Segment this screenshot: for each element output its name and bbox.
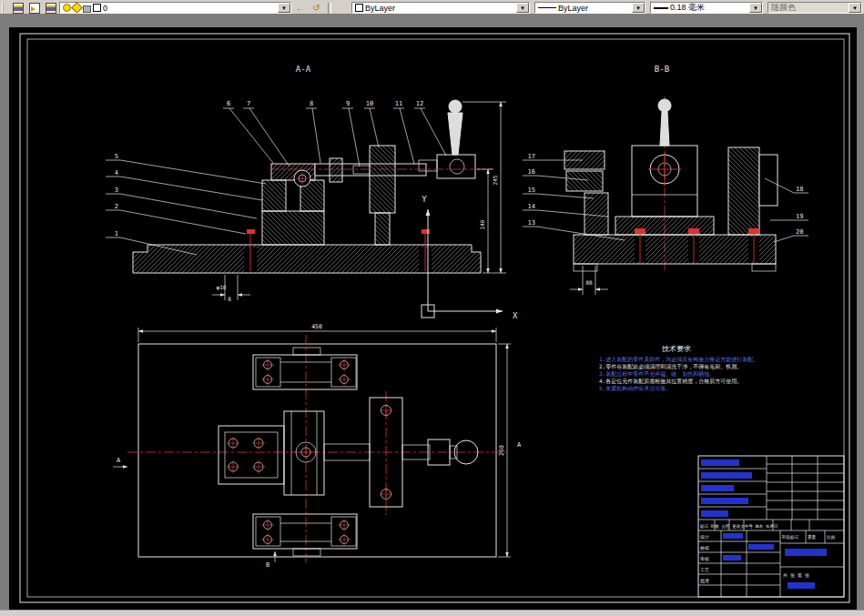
drawing-viewport[interactable]: A-A <box>0 14 864 616</box>
dropdown-arrow-icon[interactable]: ▼ <box>749 3 762 13</box>
layer-freeze-icon[interactable] <box>71 3 83 13</box>
callout-14[interactable]: 14 <box>528 203 535 210</box>
callout-19[interactable]: 19 <box>796 213 803 220</box>
make-object-layer-current-button[interactable]: ← <box>292 2 308 14</box>
dim-bb-base: 88 <box>585 279 593 286</box>
callout-16[interactable]: 16 <box>528 168 535 176</box>
callout-18[interactable]: 18 <box>796 186 803 193</box>
callout-12[interactable]: 12 <box>416 100 423 107</box>
section-mark-b-bottom: B <box>266 561 269 569</box>
callout-10[interactable]: 10 <box>366 100 373 107</box>
dim-plan-width: 450 <box>311 323 322 330</box>
callout-20[interactable]: 20 <box>796 228 803 236</box>
callout-1[interactable]: 1 <box>115 230 118 237</box>
callout-13[interactable]: 13 <box>528 219 535 227</box>
layers-stack-icon <box>46 3 56 14</box>
callout-6[interactable]: 6 <box>227 100 230 107</box>
layer-states-button[interactable] <box>26 2 42 14</box>
title-block-sheet-label: 共 张 第 张 <box>783 572 809 579</box>
callout-7[interactable]: 7 <box>247 100 250 107</box>
title-block-row-label: 校核 <box>699 545 709 550</box>
tech-req-line: 4.各定位元件装配后需检验其位置精度，合格后方可使用。 <box>599 378 742 385</box>
linetype-sample-icon <box>538 7 556 8</box>
layer-lock-icon[interactable] <box>83 5 91 13</box>
layer-previous-button[interactable]: ↺ <box>309 2 324 14</box>
axis-x-label: X <box>513 311 518 320</box>
tech-req-line: 2.零件在装配前必须清理和清洗干净，不得有毛刺、铁屑。 <box>599 363 742 370</box>
dropdown-arrow-icon[interactable]: ▼ <box>632 3 645 13</box>
lineweight-value: 0.18 毫米 <box>670 3 705 13</box>
dim-plan-depth: 260 <box>498 445 505 456</box>
linetype-value: ByLayer <box>558 4 588 13</box>
title-block-stage-label: 阶段标记 <box>782 534 799 540</box>
layer-name: 0 <box>103 4 107 13</box>
layers-icon <box>13 3 24 14</box>
title-block-row-label: 批准 <box>700 578 709 584</box>
tech-req-title: 技术要求 <box>661 345 691 353</box>
dim-aa-hole-fit: 8 <box>228 296 231 302</box>
window-bottom-edge <box>0 610 864 616</box>
lineweight-sample-icon <box>654 7 668 9</box>
plotstyle-dropdown[interactable]: 随颜色 ▼ <box>767 2 862 14</box>
callout-8[interactable]: 8 <box>310 100 313 107</box>
axis-y-label: Y <box>422 195 427 204</box>
callout-3[interactable]: 3 <box>115 187 118 194</box>
dim-aa-lower: 140 <box>479 219 485 229</box>
layer-previous-icon: ↺ <box>312 4 320 13</box>
toolbar-separator <box>328 3 331 14</box>
color-value: ByLayer <box>365 4 395 13</box>
make-current-icon: ← <box>296 4 305 13</box>
title-block-header-row: 标记 处数 分区 更改文件号 签名 年月日 <box>699 523 778 530</box>
title-block-row-label: 设计 <box>699 534 709 540</box>
cad-window: 0 ▼ ← ↺ ByLayer ▼ ByLayer ▼ 0.18 毫米 <box>0 0 864 616</box>
drawing-canvas[interactable]: A-A <box>0 14 864 616</box>
color-dropdown[interactable]: ByLayer ▼ <box>351 2 530 14</box>
layer-dropdown[interactable]: 0 ▼ <box>59 2 291 14</box>
layer-sheet-icon <box>29 3 40 14</box>
title-block-row-label: 工艺 <box>700 567 709 572</box>
title-block-row-label: 审核 <box>700 556 709 561</box>
callout-17[interactable]: 17 <box>528 153 535 160</box>
layer-tools-button[interactable] <box>43 2 58 14</box>
callout-11[interactable]: 11 <box>395 100 402 107</box>
dropdown-arrow-icon[interactable]: ▼ <box>516 3 529 13</box>
tech-req-line: 5.夹紧机构动作应灵活可靠。 <box>599 385 671 392</box>
linetype-dropdown[interactable]: ByLayer ▼ <box>534 2 645 14</box>
callout-5[interactable]: 5 <box>115 153 118 160</box>
toolbar-grip[interactable] <box>2 3 7 13</box>
tech-req-line: 1.进入装配的零件及部件，均必须具有检验合格证方能进行装配。 <box>599 356 758 363</box>
layer-on-icon[interactable] <box>63 4 71 12</box>
plotstyle-value: 随颜色 <box>771 3 796 13</box>
callout-15[interactable]: 15 <box>528 187 535 194</box>
view-label-bb: B-B <box>655 65 669 74</box>
callout-4[interactable]: 4 <box>115 169 118 177</box>
current-color-chip <box>355 4 363 12</box>
title-block-weight-label: 重量 <box>808 534 817 540</box>
dim-aa-hole: φ10 <box>217 284 227 291</box>
callout-9[interactable]: 9 <box>346 100 350 107</box>
dropdown-arrow-icon[interactable]: ▼ <box>278 3 290 13</box>
callout-2[interactable]: 2 <box>115 203 118 210</box>
tech-req-line: 3.装配过程中零件不允许磕、碰、划伤和锈蚀。 <box>599 370 715 378</box>
layer-color-chip <box>93 4 101 12</box>
layer-properties-button[interactable] <box>10 2 25 14</box>
view-label-aa: A-A <box>296 65 311 74</box>
dropdown-arrow-icon[interactable]: ▼ <box>849 3 861 13</box>
lineweight-dropdown[interactable]: 0.18 毫米 ▼ <box>650 2 763 14</box>
dim-aa-total: 245 <box>492 175 498 185</box>
